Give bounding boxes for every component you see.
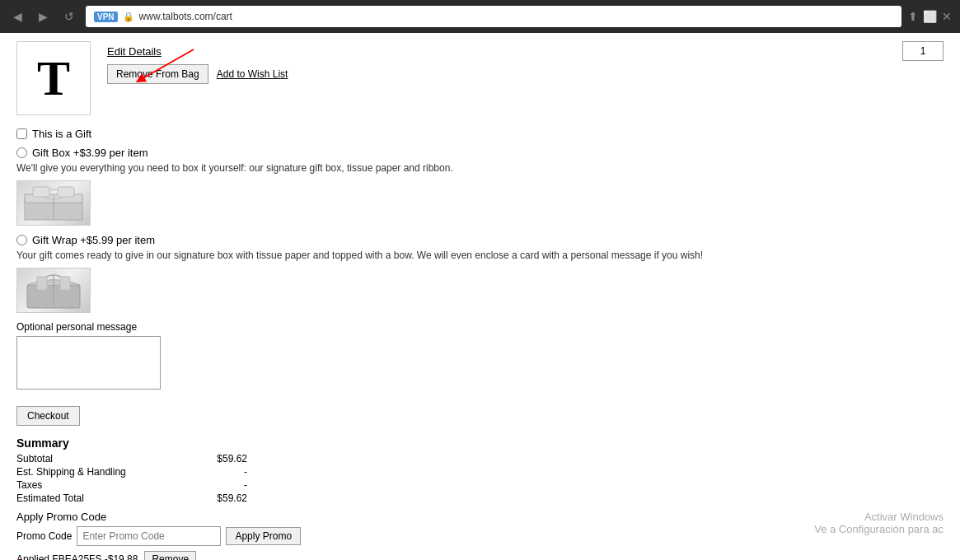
edit-details-link[interactable]: Edit Details bbox=[107, 45, 288, 58]
back-button[interactable]: ◀ bbox=[8, 8, 27, 25]
applied-promo-row: Applied FBEA25FS -$19.88 Remove bbox=[16, 551, 944, 560]
estimated-total-value: $59.62 bbox=[198, 492, 247, 504]
gift-wrap-row: Gift Wrap +$5.99 per item bbox=[16, 234, 944, 246]
forward-button[interactable]: ▶ bbox=[34, 8, 53, 25]
browser-chrome: ◀ ▶ ↺ VPN 🔒 www.talbots.com/cart ⬆ ⬜ ✕ bbox=[0, 0, 960, 33]
refresh-button[interactable]: ↺ bbox=[59, 8, 79, 25]
windows-watermark: Activar Windows Ve a Configuración para … bbox=[814, 511, 944, 535]
lock-icon: 🔒 bbox=[123, 12, 134, 22]
gift-wrap-radio[interactable] bbox=[16, 235, 27, 245]
page-content: T Edit Details Remove From Bag Add to Wi… bbox=[0, 33, 960, 560]
product-actions: Edit Details Remove From Bag Add to Wish… bbox=[107, 45, 288, 84]
share-button[interactable]: ⬆ bbox=[908, 10, 918, 23]
estimated-total-label: Estimated Total bbox=[16, 492, 84, 504]
taxes-value: - bbox=[198, 479, 247, 491]
gift-section: This is a Gift Gift Box +$3.99 per item … bbox=[16, 128, 944, 390]
gift-wrap-svg bbox=[21, 270, 87, 311]
applied-label: Applied FBEA25FS bbox=[16, 553, 101, 560]
svg-rect-6 bbox=[58, 187, 74, 197]
svg-rect-5 bbox=[33, 187, 49, 197]
subtotal-value: $59.62 bbox=[198, 453, 247, 464]
promo-code-input[interactable] bbox=[77, 526, 221, 546]
gift-wrap-image bbox=[16, 268, 91, 313]
product-section: T Edit Details Remove From Bag Add to Wi… bbox=[16, 41, 944, 115]
summary-title: Summary bbox=[16, 436, 944, 450]
quantity-input[interactable] bbox=[902, 41, 944, 61]
remove-from-bag-button[interactable]: Remove From Bag bbox=[107, 64, 208, 84]
svg-rect-10 bbox=[60, 277, 70, 290]
is-gift-row: This is a Gift bbox=[16, 128, 944, 140]
promo-code-label: Promo Code bbox=[16, 530, 72, 542]
shipping-row: Est. Shipping & Handling - bbox=[16, 466, 247, 478]
estimated-total-row: Estimated Total $59.62 bbox=[16, 492, 247, 504]
subtotal-row: Subtotal $59.62 bbox=[16, 453, 247, 464]
personal-message-label: Optional personal message bbox=[16, 321, 944, 333]
gift-box-description: We'll give you everything you need to bo… bbox=[16, 162, 944, 174]
shipping-label: Est. Shipping & Handling bbox=[16, 466, 126, 478]
product-logo: T bbox=[16, 41, 91, 115]
gift-box-radio[interactable] bbox=[16, 147, 27, 158]
checkout-button-top[interactable]: Checkout bbox=[16, 406, 80, 426]
remove-promo-button[interactable]: Remove bbox=[144, 551, 196, 560]
promo-title: Apply Promo Code bbox=[16, 511, 944, 523]
vpn-badge: VPN bbox=[94, 12, 118, 22]
gift-box-image bbox=[16, 180, 91, 226]
gift-box-label: Gift Box +$3.99 per item bbox=[32, 147, 148, 159]
is-gift-label: This is a Gift bbox=[32, 128, 91, 140]
gift-wrap-description: Your gift comes ready to give in our sig… bbox=[16, 250, 944, 261]
apply-promo-button[interactable]: Apply Promo bbox=[226, 527, 301, 545]
gift-box-svg bbox=[21, 183, 87, 224]
promo-input-row: Promo Code Apply Promo bbox=[16, 526, 944, 546]
action-buttons: Remove From Bag Add to Wish List bbox=[107, 64, 288, 84]
address-bar[interactable]: VPN 🔒 www.talbots.com/cart bbox=[86, 6, 901, 27]
is-gift-checkbox[interactable] bbox=[16, 128, 27, 139]
taxes-row: Taxes - bbox=[16, 479, 247, 491]
gift-box-row: Gift Box +$3.99 per item bbox=[16, 147, 944, 159]
summary-section: Summary Subtotal $59.62 Est. Shipping & … bbox=[16, 436, 944, 504]
svg-rect-9 bbox=[37, 277, 47, 290]
screenshot-button[interactable]: ⬜ bbox=[923, 10, 937, 23]
url-text: www.talbots.com/cart bbox=[139, 11, 232, 22]
gift-wrap-label: Gift Wrap +$5.99 per item bbox=[32, 234, 155, 246]
subtotal-label: Subtotal bbox=[16, 453, 53, 464]
windows-watermark-line1: Activar Windows bbox=[814, 511, 944, 523]
applied-discount: -$19.88 bbox=[105, 553, 138, 560]
close-button[interactable]: ✕ bbox=[942, 10, 952, 23]
add-to-wishlist-link[interactable]: Add to Wish List bbox=[217, 68, 288, 80]
personal-message-textarea[interactable] bbox=[16, 336, 161, 390]
windows-watermark-line2: Ve a Configuración para ac bbox=[814, 523, 944, 535]
promo-section: Apply Promo Code Promo Code Apply Promo … bbox=[16, 511, 944, 560]
taxes-label: Taxes bbox=[16, 479, 42, 491]
browser-action-buttons: ⬆ ⬜ ✕ bbox=[908, 10, 952, 23]
applied-promo-text: Applied FBEA25FS -$19.88 bbox=[16, 553, 138, 560]
shipping-value: - bbox=[198, 466, 247, 478]
